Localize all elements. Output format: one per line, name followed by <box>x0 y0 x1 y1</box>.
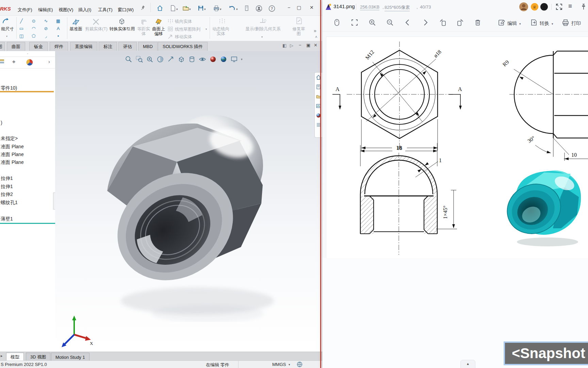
toolbar-overflow-icon[interactable]: » <box>314 28 316 33</box>
menu-file[interactable]: 文件(F) <box>18 7 32 13</box>
avatar[interactable] <box>519 2 528 13</box>
arc-tool-icon[interactable]: ◠ <box>31 26 37 31</box>
text-tool-icon[interactable]: A <box>55 26 61 31</box>
pin-menu-icon[interactable] <box>140 5 146 12</box>
caret-icon[interactable]: ▾ <box>176 7 178 11</box>
convert-entities-icon[interactable] <box>117 17 126 25</box>
smart-dimension-label[interactable]: 能尺寸 <box>0 27 15 31</box>
view-settings-icon[interactable] <box>230 56 238 63</box>
slot-tool-icon[interactable]: ◫ <box>18 33 24 39</box>
graphics-viewport[interactable]: ▾ <box>55 51 322 352</box>
pattern-tool-icon[interactable]: ▦ <box>55 18 61 24</box>
edit-caret-icon[interactable]: ▾ <box>519 22 521 26</box>
edit-label[interactable]: 编辑 <box>507 20 517 27</box>
tree-item-shell[interactable]: 薄壁1 <box>1 216 13 222</box>
menu-insert[interactable]: 插入(I) <box>78 7 91 13</box>
minimize-button[interactable]: − <box>288 5 290 10</box>
doc-restore-icon[interactable]: ▣ <box>306 43 310 48</box>
home-icon[interactable] <box>157 5 163 12</box>
open-icon[interactable] <box>182 5 189 12</box>
rebuild-icon[interactable] <box>244 5 250 12</box>
tree-item-cut-extrude1[interactable]: 拉伸1 <box>1 184 13 190</box>
caret-icon[interactable]: ▾ <box>241 58 243 61</box>
tab-sketch-partial[interactable]: 图 <box>0 42 5 51</box>
tab-direct-edit[interactable]: 直接编辑 <box>70 42 97 51</box>
tree-root[interactable]: 零件10) <box>1 85 17 91</box>
next-image-icon[interactable] <box>422 19 429 26</box>
help-icon[interactable]: ? <box>268 5 275 12</box>
point-tool-icon[interactable]: ▪ <box>55 33 61 39</box>
tree-item-material[interactable]: 未指定> <box>1 136 18 142</box>
pane-left-icon[interactable]: ◧ <box>282 43 287 48</box>
pane-right-icon[interactable]: ▷ <box>290 43 293 48</box>
doc-close-icon[interactable]: ✕ <box>314 43 317 48</box>
hide-show-items-icon[interactable] <box>199 56 206 63</box>
surface-offset-button[interactable]: 曲面上偏移 <box>151 27 166 36</box>
user-account-icon[interactable] <box>255 5 262 12</box>
menu-view[interactable]: 视图(V) <box>59 7 73 13</box>
expand-panel-button[interactable]: ▲ <box>460 360 475 368</box>
edit-appearance-icon[interactable] <box>209 56 217 63</box>
new-document-icon[interactable] <box>169 5 176 12</box>
line-tool-icon[interactable]: ╱ <box>18 18 24 24</box>
tree-item-right-plane[interactable]: 准面 Plane <box>1 159 24 166</box>
tab-annotate[interactable]: 标注 <box>99 42 117 51</box>
menu-edit[interactable]: 编辑(E) <box>38 7 53 13</box>
zoom-out-icon[interactable] <box>386 19 394 26</box>
caret-icon[interactable]: ▾ <box>236 7 238 11</box>
tree-item-extrude1[interactable]: 拉伸1 <box>1 175 13 182</box>
spline-tool-icon[interactable]: ∿ <box>43 18 49 24</box>
surface-offset-icon[interactable] <box>154 18 163 26</box>
zoom-area-icon[interactable] <box>135 56 143 63</box>
ellipse-tool-icon[interactable]: ⊘ <box>43 26 49 31</box>
view-orientation-icon[interactable] <box>178 56 185 63</box>
units-caret-icon[interactable]: ▾ <box>289 363 290 366</box>
svip-badge[interactable]: S <box>540 3 548 12</box>
convert-caret-icon[interactable]: ▾ <box>552 22 553 26</box>
tab-3d-views[interactable]: 3D 视图 <box>26 353 50 361</box>
zoom-fit-icon[interactable] <box>125 56 132 63</box>
display-manager-tab-icon[interactable] <box>26 59 33 67</box>
close-button[interactable]: ✕ <box>310 5 314 10</box>
smart-dimension-icon[interactable] <box>2 18 10 27</box>
apply-scene-icon[interactable] <box>220 56 227 63</box>
tab-evaluate[interactable]: 评估 <box>118 42 137 51</box>
dynamic-annotation-icon[interactable] <box>167 56 175 63</box>
locate-icon[interactable] <box>333 19 341 26</box>
undo-icon[interactable] <box>229 5 235 12</box>
rectangle-tool-icon[interactable]: ▭ <box>18 26 24 31</box>
tree-item-history[interactable]: ) <box>1 120 2 125</box>
tab-mbd[interactable]: MBD <box>138 42 158 51</box>
section-view-icon[interactable] <box>157 56 164 63</box>
tree-item-front-plane[interactable]: 准面 Plane <box>1 144 24 150</box>
print-image-icon[interactable] <box>562 19 569 26</box>
image-dimensions[interactable]: 825*605像素 <box>385 4 410 11</box>
tab-sheetmetal[interactable]: 钣金 <box>29 42 48 51</box>
caret-icon[interactable]: ▾ <box>220 7 222 11</box>
fullscreen-icon[interactable] <box>555 3 563 11</box>
rotate-left-icon[interactable] <box>439 19 447 26</box>
tab-nav-icon[interactable]: ▸ <box>1 354 3 358</box>
zoom-in-icon[interactable] <box>369 19 376 26</box>
cap-nut-3d-model[interactable] <box>95 114 289 322</box>
circle-tool-icon[interactable]: ⊙ <box>31 18 37 24</box>
caret-icon[interactable]: ▾ <box>189 7 191 11</box>
polygon-tool-icon[interactable]: ⬠ <box>31 33 37 39</box>
file-size[interactable]: 256.03KB <box>360 4 379 10</box>
tab-surfaces[interactable]: 曲面 <box>7 42 25 51</box>
caret-icon[interactable]: ▾ <box>6 35 7 38</box>
menu-hamburger-icon[interactable]: ≡ <box>568 2 572 10</box>
tags-icon[interactable] <box>297 362 303 368</box>
fit-screen-icon[interactable] <box>351 19 358 26</box>
edit-icon[interactable] <box>498 19 505 26</box>
print-label[interactable]: 打印 <box>571 20 581 27</box>
convert-label[interactable]: 转换 <box>540 20 549 27</box>
convert-icon[interactable] <box>530 19 538 26</box>
collapse-toolbar-icon[interactable]: ˄ <box>315 35 317 39</box>
rotate-right-icon[interactable] <box>456 19 464 26</box>
panel-splitter[interactable]: ◦ <box>0 51 55 57</box>
tab-model[interactable]: 模型 <box>6 353 24 361</box>
display-style-icon[interactable] <box>188 56 196 63</box>
feature-tree-tab-icon[interactable] <box>0 59 5 67</box>
print-icon[interactable] <box>213 5 220 12</box>
